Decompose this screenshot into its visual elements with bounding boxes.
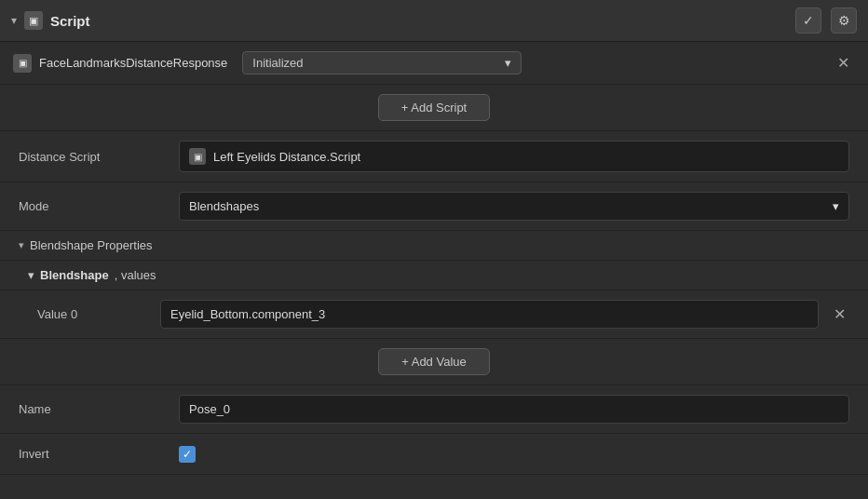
blendshape-values-bold: Blendshape	[40, 268, 109, 282]
add-value-row: + Add Value	[0, 339, 868, 385]
properties-panel: Distance Script ▣ Left Eyelids Distance.…	[0, 131, 868, 475]
script-row: ▣ FaceLandmarksDistanceResponse Initiali…	[0, 42, 868, 85]
script-name-label: FaceLandmarksDistanceResponse	[39, 56, 227, 70]
panel-title: Script	[50, 13, 788, 29]
name-label: Name	[19, 402, 168, 416]
panel-header: ▾ ▣ Script ✓ ⚙	[0, 0, 868, 42]
invert-checkbox-container: ✓	[179, 446, 196, 463]
check-button[interactable]: ✓	[795, 7, 821, 34]
blendshape-properties-label: Blendshape Properties	[30, 238, 153, 252]
mode-row: Mode Blendshapes ▾	[0, 182, 868, 231]
invert-label: Invert	[19, 447, 168, 461]
distance-script-value[interactable]: ▣ Left Eyelids Distance.Script	[179, 141, 849, 172]
value-0-input[interactable]	[160, 300, 819, 329]
script-badge-icon: ▣	[13, 54, 32, 73]
script-header-icon: ▣	[24, 11, 43, 30]
blendshape-values-collapse-icon: ▾	[28, 268, 34, 282]
gear-icon: ⚙	[838, 13, 850, 28]
invert-checkbox[interactable]: ✓	[179, 446, 196, 463]
value-0-label: Value 0	[37, 307, 149, 321]
blendshape-values-section[interactable]: ▾ Blendshape , values	[0, 261, 868, 290]
invert-row: Invert ✓	[0, 434, 868, 475]
status-chevron-icon: ▾	[505, 56, 511, 70]
mode-chevron-icon: ▾	[833, 199, 839, 213]
mode-dropdown[interactable]: Blendshapes ▾	[179, 192, 849, 221]
status-text: Initialized	[252, 56, 303, 70]
add-value-button[interactable]: + Add Value	[378, 348, 490, 375]
add-script-button[interactable]: + Add Script	[378, 94, 490, 121]
status-dropdown[interactable]: Initialized ▾	[242, 51, 522, 74]
main-panel: ▾ ▣ Script ✓ ⚙ ▣ FaceLandmarksDistanceRe…	[0, 0, 868, 499]
blendshape-properties-section[interactable]: ▾ Blendshape Properties	[0, 231, 868, 261]
name-input[interactable]	[179, 395, 849, 424]
distance-script-label: Distance Script	[19, 150, 168, 164]
value-0-close-button[interactable]: ✕	[830, 303, 849, 325]
script-close-button[interactable]: ✕	[832, 52, 855, 74]
blendshape-values-rest: , values	[115, 268, 156, 282]
gear-button[interactable]: ⚙	[831, 7, 857, 34]
invert-checkmark-icon: ✓	[183, 448, 192, 461]
add-script-row: + Add Script	[0, 85, 868, 131]
mode-value-text: Blendshapes	[189, 199, 259, 213]
check-icon: ✓	[803, 13, 814, 28]
mode-label: Mode	[19, 199, 168, 213]
collapse-icon[interactable]: ▾	[11, 14, 17, 27]
distance-script-row: Distance Script ▣ Left Eyelids Distance.…	[0, 131, 868, 182]
distance-script-icon: ▣	[189, 148, 206, 165]
distance-script-text: Left Eyelids Distance.Script	[213, 150, 360, 164]
name-row: Name	[0, 385, 868, 434]
header-actions: ✓ ⚙	[795, 7, 857, 34]
value-0-row: Value 0 ✕	[0, 290, 868, 339]
blendshape-props-collapse-icon: ▾	[19, 239, 24, 251]
